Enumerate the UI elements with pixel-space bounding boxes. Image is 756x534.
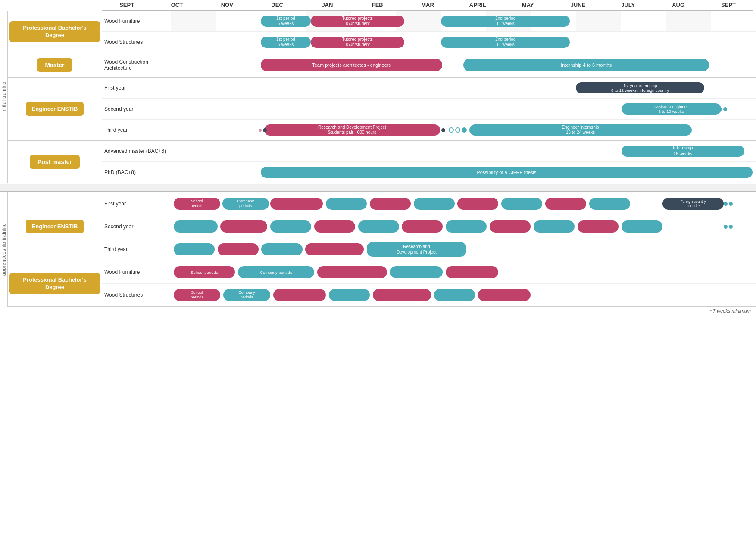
phd-row: PhD (BAC+8) Possibility of a CIFRE thesi… (102, 162, 756, 183)
app-first-year-label: First year (102, 199, 171, 208)
app-wf-bar-2 (390, 266, 443, 278)
phd-label: PhD (BAC+8) (102, 168, 171, 177)
app-bar-3 (370, 198, 411, 210)
dot-l1 (449, 127, 454, 133)
app-second-year-row: Second year (102, 215, 756, 238)
app3-bar-4 (305, 243, 364, 255)
month-sept2: SEPT (703, 2, 753, 8)
internship-16w-bar: Internship 16 weeks (622, 146, 744, 157)
app2-bar-6 (402, 220, 443, 233)
app3-bar-1 (174, 243, 215, 255)
app3-bar-2 (218, 243, 259, 255)
cifre-bar: Possibility of a CIFRE thesis (261, 167, 753, 178)
dots-second-year (718, 107, 727, 111)
app-bar-8 (589, 198, 630, 210)
first-year-row: First year 1st-year internship 8 to 12 w… (102, 78, 756, 99)
advanced-master-row: Advanced master (BAC+6) Internship 16 we… (102, 141, 756, 162)
app2-bar-4 (314, 220, 355, 233)
dots-third-mid (437, 128, 445, 132)
dot-m1 (437, 129, 440, 132)
prof-bach-app-label-col: Professional Bachelor's Degree (8, 261, 102, 306)
col-shade-oct (171, 11, 216, 31)
eng-app-badge: Engineer ENSTIB (26, 220, 84, 234)
app-second-year-timeline (171, 215, 756, 238)
prof-bach-app-rows: Wood Furniture School periods Company pe… (102, 261, 756, 306)
app2-bar-11 (622, 220, 662, 233)
dot-l3 (462, 127, 467, 133)
team-projects-bar: Team projects architectes - engineers (261, 59, 442, 71)
app2-bar-3 (270, 220, 311, 233)
prof-bachelor-badge: Professional Bachelor's Degree (9, 21, 100, 43)
wood-structures-row: Wood Structures 1st period 5 weeks Tutor… (102, 32, 756, 53)
dot2 (723, 107, 727, 111)
dots-third-large (449, 127, 467, 133)
prof-bach-app-group: Professional Bachelor's Degree Wood Furn… (8, 261, 756, 307)
second-year-row: Second year Assistant engineer 6 to 10 w… (102, 99, 756, 120)
third-year-timeline: Research and Development Project Student… (171, 120, 756, 140)
master-group: Master Wood Construction Architecture Te… (8, 53, 756, 78)
rd-project-bar: Research and Development Project Student… (264, 124, 440, 136)
eng-app-rows: First year School periods Company period… (102, 192, 756, 261)
post-master-badge: Post master (30, 155, 80, 169)
initial-training-text: Initial training (1, 81, 6, 113)
app-third-year-row: Third year Research and Development Pr (102, 238, 756, 261)
dot-b1 (724, 225, 728, 229)
dot-m2 (441, 128, 445, 132)
app-bar-6 (501, 198, 542, 210)
company-periods-wf-bar: Company periods (238, 266, 314, 278)
post-master-label-col: Post master (8, 141, 102, 183)
app-second-year-label: Second year (102, 222, 171, 231)
dot-s1 (259, 129, 262, 132)
apprenticeship-content: Engineer ENSTIB First year School period… (8, 192, 756, 307)
dot-a2 (729, 202, 733, 206)
month-june: JUNE (553, 2, 603, 8)
wood-structures-timeline: 1st period 5 weeks Tutored projects 150h… (171, 32, 756, 53)
eng-app-group: Engineer ENSTIB First year School period… (8, 192, 756, 261)
app2-bar-5 (358, 220, 399, 233)
month-may: MAY (503, 2, 553, 8)
tutored-bar-ws: Tutored projects 150h/student (311, 37, 404, 48)
app-bar-2 (326, 198, 367, 210)
third-year-label: Third year (102, 125, 171, 135)
month-july: JULY (603, 2, 653, 8)
school-periods-wf-bar: School periods (174, 266, 235, 278)
app-ws-bar-4 (434, 289, 475, 301)
footnote-row: * 7 weeks minimum (0, 307, 756, 315)
post-master-group: Post master Advanced master (BAC+6) Inte… (8, 141, 756, 183)
prof-bach-app-badge: Professional Bachelor's Degree (9, 273, 100, 295)
third-year-row: Third year Research and Development Proj… (102, 120, 756, 140)
company-periods-bar-app1: Company periods (222, 198, 269, 210)
app-third-year-label: Third year (102, 245, 171, 254)
prof-bachelor-rows: Wood Furniture 1st period 5 weeks (102, 11, 756, 53)
advanced-master-timeline: Internship 16 weeks (171, 141, 756, 161)
dot-l2 (455, 127, 460, 133)
engineer-enstib-label-col: Engineer ENSTIB (8, 78, 102, 140)
apprenticeship-label: apprenticeship training (0, 192, 8, 307)
apprenticeship-text: apprenticeship training (1, 223, 6, 276)
month-nov: NOV (202, 2, 252, 8)
app2-bar-9 (534, 220, 575, 233)
initial-training-content: Professional Bachelor's Degree Wood Furn… (8, 11, 756, 183)
app-first-year-row: First year School periods Company period… (102, 192, 756, 215)
month-april: APRIL (453, 2, 503, 8)
tutored-bar-wf: Tutored projects 150h/student (311, 16, 404, 27)
wood-construction-label: Wood Construction Architecture (102, 57, 171, 73)
app-third-year-timeline: Research and Development Project (171, 238, 756, 261)
school-periods-ws-bar: School periods (174, 289, 221, 301)
internship-1yr-bar: 1st-year internship 8 to 12 weeks in for… (576, 82, 705, 93)
engineer-internship-bar: Engineer internship 16 to 24 weeks (469, 124, 692, 136)
month-dec: DEC (252, 2, 302, 8)
advanced-master-label: Advanced master (BAC+6) (102, 146, 171, 156)
period1-bar-wf: 1st period 5 weeks (261, 16, 310, 27)
dots-third-start (259, 128, 267, 132)
col-shade-aug (666, 11, 711, 31)
app-wf-row: Wood Furniture School periods Company pe… (102, 261, 756, 284)
first-year-timeline: 1st-year internship 8 to 12 weeks in for… (171, 78, 756, 98)
phd-timeline: Possibility of a CIFRE thesis (171, 162, 756, 183)
eng-app-label-col: Engineer ENSTIB (8, 192, 102, 261)
apprenticeship-section: apprenticeship training Engineer ENSTIB … (0, 192, 756, 307)
period2-bar-ws: 2nd period 11 weeks (441, 37, 570, 48)
master-rows: Wood Construction Architecture Team proj… (102, 53, 756, 77)
app-ws-bar-2 (329, 289, 370, 301)
app2-bar-1 (174, 220, 218, 233)
